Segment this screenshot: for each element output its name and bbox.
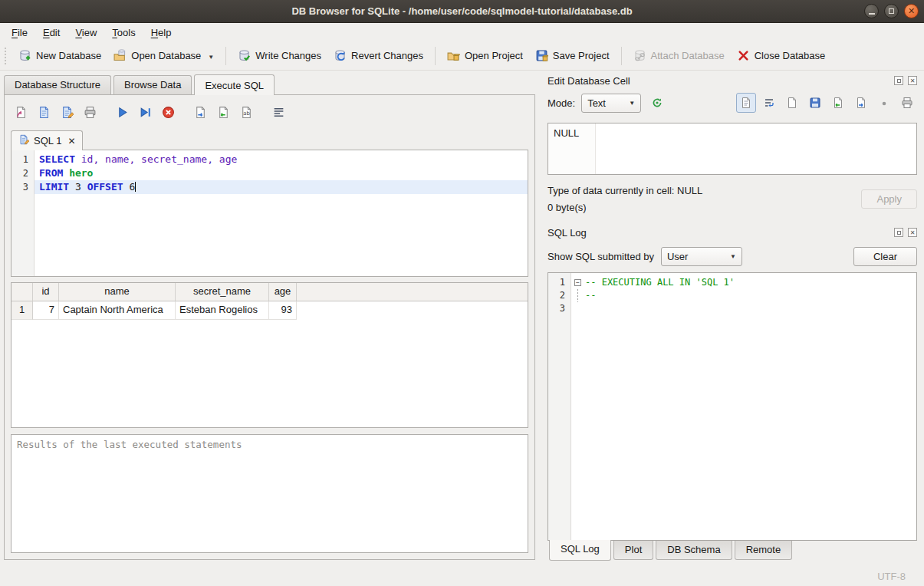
log-line: -- <box>571 289 916 302</box>
close-database-icon <box>737 49 750 62</box>
save-results-button[interactable] <box>213 102 234 123</box>
revert-changes-icon <box>334 49 347 62</box>
auto-mode-icon <box>651 97 663 109</box>
table-row: 17Captain North AmericaEsteban Rogelios9… <box>12 301 528 320</box>
editor-code-area[interactable]: SELECT id, name, secret_name, ageFROM he… <box>35 150 528 276</box>
auto-mode-button[interactable] <box>647 93 667 113</box>
encoding-label: UTF-8 <box>877 571 906 582</box>
stop-button[interactable] <box>158 102 179 123</box>
execute-all-button[interactable] <box>112 102 133 123</box>
results-message-panel[interactable]: Results of the last executed statements <box>11 434 528 553</box>
new-database-button[interactable]: New Database <box>12 45 107 66</box>
chevron-down-icon: ▼ <box>730 253 736 260</box>
table-cell[interactable]: Captain North America <box>59 301 176 320</box>
main-toolbar: New DatabaseOpen Database▼Write ChangesR… <box>0 41 924 71</box>
open-sql-file-button[interactable] <box>11 102 31 123</box>
cell-value-editor[interactable]: NULL <box>547 123 917 175</box>
print-button[interactable] <box>80 102 100 123</box>
text-mode-button[interactable] <box>736 93 756 113</box>
bottom-tab-plot[interactable]: Plot <box>613 541 653 560</box>
sql-log-view[interactable]: 123 −-- EXECUTING ALL IN 'SQL 1'-- <box>547 272 917 541</box>
fold-marker-icon[interactable]: − <box>574 279 581 286</box>
execute-line-button[interactable] <box>135 102 156 123</box>
menu-item-view[interactable]: View <box>68 25 104 41</box>
log-line-numbers: 123 <box>548 273 571 540</box>
write-changes-button[interactable]: Write Changes <box>232 45 327 66</box>
save-project-button[interactable]: Save Project <box>529 45 616 66</box>
results-table[interactable]: idnamesecret_nameage17Captain North Amer… <box>11 282 528 428</box>
line-number: 1 <box>548 276 571 289</box>
edit-cell-dock-header: Edit Database Cell ✕ <box>547 72 917 89</box>
export-results-button[interactable] <box>190 102 211 123</box>
column-header-id[interactable]: id <box>33 283 59 301</box>
open-project-button[interactable]: Open Project <box>441 45 529 66</box>
code-line: FROM hero <box>35 166 528 180</box>
export-cell-icon <box>855 97 867 109</box>
menu-item-help[interactable]: Help <box>144 25 179 41</box>
column-header-secret_name[interactable]: secret_name <box>176 283 269 301</box>
close-button[interactable]: ✕ <box>904 4 919 18</box>
menu-item-edit[interactable]: Edit <box>36 25 67 41</box>
menu-item-file[interactable]: File <box>5 25 35 41</box>
tab-execute-sql[interactable]: Execute SQL <box>194 74 275 95</box>
tab-browse-data[interactable]: Browse Data <box>113 75 192 94</box>
save-results-icon <box>217 106 230 119</box>
tab-database-structure[interactable]: Database Structure <box>4 75 111 94</box>
menu-item-tools[interactable]: Tools <box>105 25 142 41</box>
attach-database-button[interactable]: Attach Database <box>627 45 731 66</box>
import-cell-button[interactable] <box>828 93 848 113</box>
log-filter-combobox[interactable]: User ▼ <box>661 247 742 266</box>
mode-combobox[interactable]: Text ▼ <box>581 94 641 113</box>
close-icon[interactable]: ✕ <box>908 228 917 237</box>
close-icon[interactable]: ✕ <box>908 76 917 85</box>
float-icon[interactable] <box>894 76 903 85</box>
attach-database-icon <box>633 49 646 62</box>
bottom-tab-db-schema[interactable]: DB Schema <box>656 541 732 560</box>
find-replace-button[interactable]: ab <box>236 102 257 123</box>
column-header-age[interactable]: age <box>269 283 297 301</box>
copy-cell-button[interactable] <box>782 93 802 113</box>
bottom-tab-sql-log[interactable]: SQL Log <box>549 540 611 561</box>
close-tab-icon[interactable]: ✕ <box>67 136 75 146</box>
export-cell-button[interactable] <box>851 93 871 113</box>
log-code-area: −-- EXECUTING ALL IN 'SQL 1'-- <box>571 273 916 540</box>
cell-type-label: Type of data currently in cell: NULL <box>547 185 861 196</box>
chevron-down-icon: ▼ <box>629 100 635 107</box>
close-database-button[interactable]: Close Database <box>731 45 832 66</box>
set-null-icon <box>878 97 890 109</box>
bottom-tab-bar: SQL LogPlotDB SchemaRemote <box>547 541 917 563</box>
save-project-icon <box>535 49 548 62</box>
close-icon: ✕ <box>908 6 915 16</box>
table-cell[interactable]: Esteban Rogelios <box>176 301 269 320</box>
table-cell[interactable]: 93 <box>269 301 297 320</box>
print-cell-icon <box>901 97 913 109</box>
save-sql-as-button[interactable] <box>57 102 77 123</box>
apply-button[interactable]: Apply <box>861 189 917 209</box>
corner-header[interactable] <box>12 283 33 301</box>
maximize-button[interactable] <box>884 4 899 18</box>
column-header-name[interactable]: name <box>59 283 176 301</box>
row-number[interactable]: 1 <box>12 301 33 320</box>
word-wrap-button[interactable] <box>759 93 779 113</box>
print-cell-button[interactable] <box>897 93 917 113</box>
revert-changes-button[interactable]: Revert Changes <box>327 45 429 66</box>
format-sql-button[interactable] <box>268 102 289 123</box>
chevron-down-icon[interactable]: ▼ <box>208 54 214 62</box>
set-null-button[interactable] <box>874 93 894 113</box>
clear-log-button[interactable]: Clear <box>853 247 917 266</box>
sql-editor[interactable]: 123 SELECT id, name, secret_name, ageFRO… <box>11 150 528 277</box>
stop-icon <box>162 106 175 119</box>
results-message: Results of the last executed statements <box>17 439 242 450</box>
table-cell[interactable]: 7 <box>33 301 59 320</box>
format-sql-icon <box>272 106 285 119</box>
toolbar-handle[interactable] <box>5 48 8 64</box>
sql-doc-tab[interactable]: SQL 1 ✕ <box>11 130 83 150</box>
open-database-button[interactable]: Open Database▼ <box>107 45 220 66</box>
save-cell-button[interactable] <box>805 93 825 113</box>
float-icon[interactable] <box>894 228 903 237</box>
fold-guide <box>577 289 578 302</box>
left-panel: Database StructureBrowse DataExecute SQL… <box>0 71 541 566</box>
bottom-tab-remote[interactable]: Remote <box>735 541 793 560</box>
minimize-button[interactable] <box>864 4 879 18</box>
save-sql-file-button[interactable] <box>34 102 54 123</box>
